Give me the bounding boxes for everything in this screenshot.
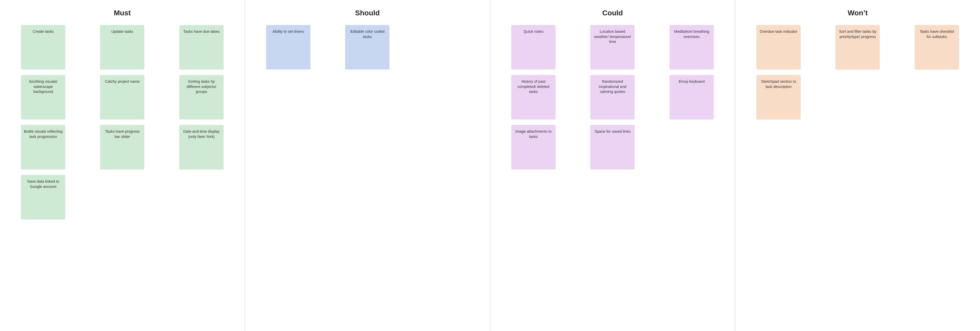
card-text: Emoji keyboard bbox=[679, 79, 705, 84]
card-text: Ability to set timers bbox=[272, 29, 304, 34]
card[interactable]: Emoji keyboard bbox=[670, 75, 714, 119]
card-text: Randomized inspirational and calming quo… bbox=[593, 79, 632, 94]
card[interactable]: Tasks have progress bar slider bbox=[100, 125, 144, 169]
card-text: Soothing visuals/ waterscape background bbox=[24, 79, 63, 94]
card[interactable]: Save data linked to Google account bbox=[21, 175, 65, 219]
column-should: Should Ability to set timers Editable co… bbox=[245, 0, 490, 331]
card-text: Date and time display (only New York) bbox=[182, 129, 221, 139]
card[interactable]: Create tasks bbox=[21, 25, 65, 69]
card[interactable]: Soothing visuals/ waterscape background bbox=[21, 75, 65, 119]
card-text: Save data linked to Google account bbox=[24, 179, 63, 189]
card-text: Tasks have progress bar slider bbox=[103, 129, 142, 139]
column-wont: Won’t Overdue task indicator Sort and fi… bbox=[735, 0, 980, 331]
card-text: Space for saved links bbox=[595, 129, 631, 134]
cards-could: Quick notes Location based weather/ temp… bbox=[496, 25, 729, 169]
card[interactable]: Overdue task indicator bbox=[756, 25, 801, 69]
card[interactable]: Sort and filter tasks by priority/type/ … bbox=[835, 25, 880, 69]
column-could: Could Quick notes Location based weather… bbox=[490, 0, 735, 331]
card-text: History of past completed/ deleted tasks bbox=[514, 79, 553, 94]
moscow-board: Must Create tasks Update tasks Tasks hav… bbox=[0, 0, 980, 331]
card[interactable]: History of past completed/ deleted tasks bbox=[511, 75, 555, 119]
card-text: Sort and filter tasks by priority/type/ … bbox=[838, 29, 877, 39]
column-title-must: Must bbox=[6, 9, 239, 17]
card[interactable]: Bottle visuals reflecting task progressi… bbox=[21, 125, 65, 169]
cards-wont: Overdue task indicator Sort and filter t… bbox=[741, 25, 974, 119]
card-text: Image attachments to tasks bbox=[514, 129, 553, 139]
card-text: Editable color coded tasks bbox=[348, 29, 387, 39]
card[interactable]: Randomized inspirational and calming quo… bbox=[590, 75, 635, 119]
card[interactable]: Location based weather/ temperature/ tim… bbox=[590, 25, 635, 69]
card-text: Quick notes bbox=[523, 29, 544, 34]
card-text: Tasks have checklist for subtasks bbox=[917, 29, 956, 39]
card-text: Create tasks bbox=[32, 29, 54, 34]
card[interactable]: Editable color coded tasks bbox=[345, 25, 390, 69]
cards-should: Ability to set timers Editable color cod… bbox=[251, 25, 484, 69]
card[interactable]: Update tasks bbox=[100, 25, 144, 69]
card[interactable]: Sorting tasks by different subjects/ gro… bbox=[179, 75, 224, 119]
card[interactable]: Space for saved links bbox=[590, 125, 635, 169]
card[interactable]: Quick notes bbox=[511, 25, 555, 69]
card-text: Bottle visuals reflecting task progressi… bbox=[24, 129, 63, 139]
card-text: Meditation/ breathing exercises bbox=[672, 29, 711, 39]
column-title-wont: Won’t bbox=[741, 9, 974, 17]
card[interactable]: Ability to set timers bbox=[266, 25, 310, 69]
card-text: Location based weather/ temperature/ tim… bbox=[593, 29, 632, 45]
card-text: Overdue task indicator bbox=[760, 29, 797, 34]
card[interactable]: Date and time display (only New York) bbox=[179, 125, 224, 169]
card[interactable]: Catchy project name bbox=[100, 75, 144, 119]
card-text: Catchy project name bbox=[105, 79, 140, 84]
card[interactable]: Meditation/ breathing exercises bbox=[670, 25, 714, 69]
card-text: Tasks have due dates bbox=[183, 29, 220, 34]
card-text: Sketchpad section to task description bbox=[759, 79, 798, 89]
card[interactable]: Sketchpad section to task description bbox=[756, 75, 801, 119]
column-title-could: Could bbox=[496, 9, 729, 17]
card-text: Sorting tasks by different subjects/ gro… bbox=[182, 79, 221, 94]
card-text: Update tasks bbox=[111, 29, 134, 34]
card[interactable]: Image attachments to tasks bbox=[511, 125, 555, 169]
column-title-should: Should bbox=[251, 9, 484, 17]
card[interactable]: Tasks have checklist for subtasks bbox=[915, 25, 959, 69]
column-must: Must Create tasks Update tasks Tasks hav… bbox=[0, 0, 245, 331]
cards-must: Create tasks Update tasks Tasks have due… bbox=[6, 25, 239, 219]
card[interactable]: Tasks have due dates bbox=[179, 25, 224, 69]
